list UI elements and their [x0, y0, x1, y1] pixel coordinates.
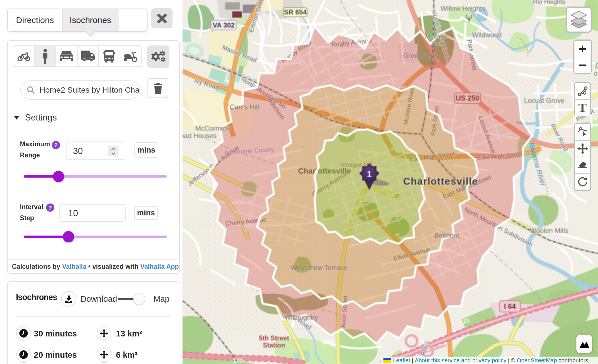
- svg-text:Rio Heights: Rio Heights: [533, 0, 565, 5]
- svg-text:ow: ow: [594, 70, 598, 77]
- svg-text:Station: Station: [263, 342, 285, 349]
- svg-text:Greenfields: Greenfields: [403, 52, 438, 59]
- svg-text:Da: Da: [595, 62, 598, 70]
- svg-text:McIntire: McIntire: [425, 33, 447, 40]
- svg-text:US 250: US 250: [456, 94, 479, 102]
- svg-text:Belmont: Belmont: [434, 232, 459, 239]
- svg-text:Wildwood: Wildwood: [472, 31, 502, 39]
- svg-text:McCormick: McCormick: [195, 124, 230, 132]
- svg-text:120: 120: [233, 357, 242, 364]
- svg-text:5th Street: 5th Street: [259, 334, 289, 342]
- svg-text:oad Houses: oad Houses: [182, 132, 217, 140]
- svg-text:Willow Heights: Willow Heights: [441, 5, 485, 12]
- svg-text:1: 1: [367, 169, 372, 178]
- svg-text:Charlottesville: Charlottesville: [403, 176, 478, 187]
- svg-text:Park: Park: [432, 40, 445, 47]
- svg-text:Locust Grove: Locust Grove: [524, 97, 565, 104]
- svg-text:VA 302: VA 302: [213, 21, 234, 29]
- svg-text:Carr's Hill: Carr's Hill: [230, 103, 259, 111]
- svg-text:SR 654: SR 654: [284, 8, 307, 16]
- svg-text:West View Terrace: West View Terrace: [291, 264, 347, 271]
- svg-text:Woolen Mills: Woolen Mills: [530, 227, 568, 234]
- svg-text:Willoughby: Willoughby: [285, 313, 318, 321]
- svg-text:I 64: I 64: [504, 302, 516, 310]
